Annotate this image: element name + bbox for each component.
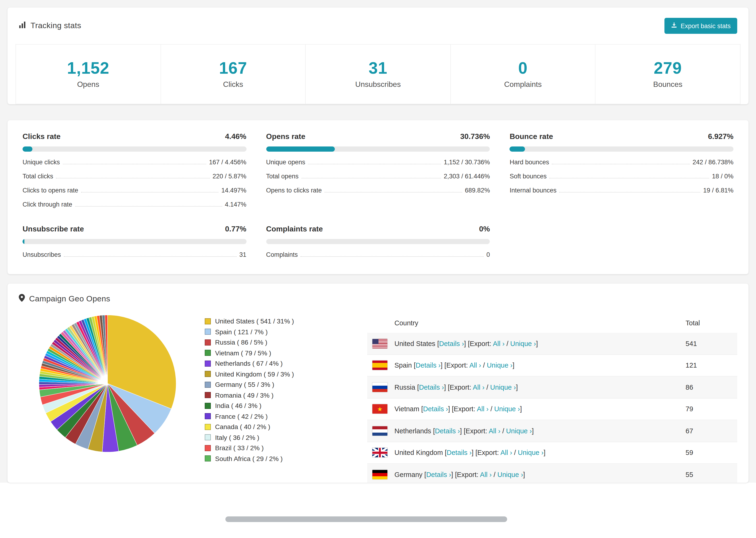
- campaign-geo-opens-card: Campaign Geo Opens United States ( 541 /…: [8, 284, 748, 483]
- legend-item-india[interactable]: India ( 46 / 3% ): [205, 402, 346, 409]
- export-unique-link[interactable]: Unique ›: [506, 427, 532, 435]
- nl-flag-icon: [372, 426, 388, 436]
- details-link[interactable]: Details ›: [447, 449, 471, 457]
- rate-stat-row: Total opens2,303 / 61.446%: [266, 173, 490, 180]
- rate-stat-value: 2,303 / 61.446%: [444, 173, 490, 180]
- legend-item-brazil[interactable]: Brazil ( 33 / 2% ): [205, 444, 346, 452]
- legend-item-romania[interactable]: Romania ( 49 / 3% ): [205, 391, 346, 399]
- legend-label: South Africa ( 29 / 2% ): [215, 455, 283, 462]
- geo-table-row-spain: Spain [Details ›] [Export: All › / Uniqu…: [367, 355, 737, 377]
- export-all-link[interactable]: All ›: [480, 471, 492, 478]
- dotted-leader: [552, 164, 690, 164]
- country-total: 86: [685, 384, 737, 391]
- legend-item-spain[interactable]: Spain ( 121 / 7% ): [205, 328, 346, 336]
- rate-stat-label: Complaints: [266, 251, 298, 258]
- export-basic-stats-button[interactable]: Export basic stats: [665, 18, 737, 34]
- progress-bar-track: [23, 146, 246, 152]
- rate-stat-value: 14.497%: [221, 187, 246, 194]
- details-link[interactable]: Details ›: [426, 471, 451, 478]
- legend-item-vietnam[interactable]: Vietnam ( 79 / 5% ): [205, 349, 346, 356]
- export-unique-link[interactable]: Unique ›: [487, 362, 513, 369]
- total-column-header: Total: [685, 319, 737, 327]
- rate-title: Clicks rate: [23, 133, 61, 141]
- progress-bar-fill: [23, 239, 24, 244]
- legend-item-united-states[interactable]: United States ( 541 / 31% ): [205, 317, 346, 325]
- export-unique-link[interactable]: Unique ›: [518, 449, 544, 457]
- dotted-leader: [81, 192, 219, 192]
- legend-item-france[interactable]: France ( 42 / 2% ): [205, 412, 346, 420]
- dotted-leader: [75, 206, 222, 207]
- rate-stat-label: Clicks to opens rate: [23, 187, 78, 194]
- legend-item-south-africa[interactable]: South Africa ( 29 / 2% ): [205, 455, 346, 462]
- export-all-link[interactable]: All ›: [489, 427, 500, 435]
- rate-stat-value: 31: [239, 251, 246, 258]
- rate-stat-label: Total opens: [266, 173, 298, 180]
- rate-stat-label: Soft bounces: [510, 173, 547, 180]
- legend-swatch: [205, 381, 211, 388]
- legend-swatch: [205, 413, 211, 419]
- details-link[interactable]: Details ›: [419, 384, 444, 391]
- stat-unsubscribes: 31Unsubscribes: [305, 44, 451, 104]
- stat-value: 279: [596, 59, 740, 78]
- dotted-leader: [559, 192, 700, 192]
- geo-pie-chart[interactable]: [37, 314, 178, 454]
- details-link[interactable]: Details ›: [423, 405, 448, 413]
- export-all-link[interactable]: All ›: [493, 340, 505, 348]
- country-total: 79: [685, 405, 737, 413]
- export-download-icon: [671, 22, 677, 29]
- rate-block-bounce-rate: Bounce rate6.927%Hard bounces242 / 86.73…: [510, 133, 733, 208]
- geo-title-wrap: Campaign Geo Opens: [19, 294, 110, 304]
- details-link[interactable]: Details ›: [415, 362, 441, 369]
- export-all-link[interactable]: All ›: [477, 405, 489, 413]
- legend-item-germany[interactable]: Germany ( 55 / 3% ): [205, 381, 346, 388]
- stat-label: Opens: [16, 80, 160, 89]
- dotted-leader: [56, 178, 210, 178]
- legend-item-netherlands[interactable]: Netherlands ( 67 / 4% ): [205, 360, 346, 367]
- rate-stat-row: Unique clicks167 / 4.456%: [23, 159, 246, 166]
- country-name: Russia: [395, 384, 417, 391]
- stat-opens: 1,152Opens: [16, 44, 161, 104]
- export-unique-link[interactable]: Unique ›: [497, 471, 523, 478]
- dotted-leader: [64, 256, 237, 257]
- export-unique-link[interactable]: Unique ›: [510, 340, 536, 348]
- dotted-leader: [324, 192, 462, 192]
- rate-title: Opens rate: [266, 133, 305, 141]
- geo-table-header: Country Total: [367, 314, 737, 333]
- legend-item-russia[interactable]: Russia ( 86 / 5% ): [205, 339, 346, 346]
- export-all-link[interactable]: All ›: [473, 384, 485, 391]
- tracking-dashboard: Tracking stats Export basic stats 1,152O…: [0, 0, 756, 538]
- es-flag-icon: [372, 360, 388, 371]
- export-all-link[interactable]: All ›: [469, 362, 481, 369]
- legend-label: Canada ( 40 / 2% ): [215, 423, 270, 430]
- rate-stat-label: Unique opens: [266, 159, 305, 166]
- country-column-header: Country: [395, 319, 685, 327]
- rate-value: 6.927%: [708, 133, 733, 141]
- rate-title: Unsubscribe rate: [23, 225, 84, 233]
- export-all-link[interactable]: All ›: [500, 449, 512, 457]
- stat-value: 0: [451, 59, 595, 78]
- rate-stat-value: 167 / 4.456%: [209, 159, 246, 166]
- rate-value: 0.77%: [225, 225, 246, 233]
- export-unique-link[interactable]: Unique ›: [490, 384, 516, 391]
- geo-table-row-united-kingdom: United Kingdom [Details ›] [Export: All …: [367, 442, 737, 464]
- legend-label: France ( 42 / 2% ): [215, 412, 268, 420]
- export-unique-link[interactable]: Unique ›: [494, 405, 520, 413]
- rate-stat-value: 1,152 / 30.736%: [444, 159, 490, 166]
- horizontal-scrollbar-thumb[interactable]: [225, 516, 507, 522]
- country-total: 59: [685, 449, 737, 457]
- rate-stat-row: Hard bounces242 / 86.738%: [510, 159, 733, 166]
- legend-item-canada[interactable]: Canada ( 40 / 2% ): [205, 423, 346, 430]
- rate-value: 4.46%: [225, 133, 246, 141]
- legend-item-italy[interactable]: Italy ( 36 / 2% ): [205, 434, 346, 441]
- rate-block-opens-rate: Opens rate30.736%Unique opens1,152 / 30.…: [266, 133, 490, 208]
- legend-label: India ( 46 / 3% ): [215, 402, 261, 409]
- legend-item-united-kingdom[interactable]: United Kingdom ( 59 / 3% ): [205, 370, 346, 378]
- rates-card: Clicks rate4.46%Unique clicks167 / 4.456…: [8, 120, 748, 274]
- rate-stat-label: Opens to clicks rate: [266, 187, 322, 194]
- details-link[interactable]: Details ›: [435, 427, 460, 435]
- rate-stat-row: Opens to clicks rate689.82%: [266, 187, 490, 194]
- legend-label: Brazil ( 33 / 2% ): [215, 444, 264, 452]
- details-link[interactable]: Details ›: [439, 340, 464, 348]
- legend-label: United States ( 541 / 31% ): [215, 317, 294, 325]
- legend-swatch: [205, 360, 211, 366]
